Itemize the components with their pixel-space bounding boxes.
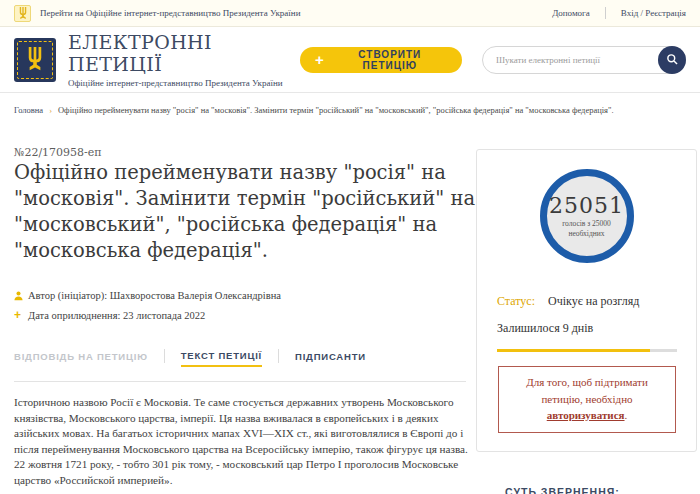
auth-notice-period: . [625, 409, 628, 421]
help-link[interactable]: Допомога [552, 8, 590, 18]
tab-divider [278, 349, 279, 363]
status-label: Статус: [497, 294, 535, 309]
search-button[interactable] [658, 46, 686, 74]
date-value: 23 листопада 2022 [123, 310, 205, 321]
auth-notice-box: Для того, щоб підтримати петицію, необхі… [498, 366, 676, 433]
create-petition-button[interactable]: + СТВОРИТИ ПЕТИЦІЮ [300, 47, 462, 73]
site-logo[interactable] [14, 38, 56, 82]
main-content: №22/170958-еп Офіційно перейменувати наз… [0, 127, 700, 494]
petition-body-text: Історичною назвою Росії є Московія. Те с… [14, 395, 479, 488]
author-row: Автор (ініціатор): Шахворостова Валерія … [14, 290, 281, 301]
votes-card: 25051 голосів з 25000 необхідних Статус:… [476, 149, 697, 452]
create-petition-label: СТВОРИТИ ПЕТИЦІЮ [333, 49, 447, 71]
votes-caption: голосів з 25000 необхідних [551, 219, 623, 239]
petition-title: Офіційно перейменувати назву "росія" на … [14, 160, 486, 264]
plus-icon: + [315, 52, 325, 67]
magnifier-icon [666, 53, 679, 66]
login-register-link[interactable]: Вхід / Реєстрація [621, 8, 686, 18]
date-row: + Дата оприлюднення: 23 листопада 2022 [14, 308, 281, 322]
person-icon [14, 291, 28, 301]
status-value: Очікує на розгляд [548, 294, 639, 309]
breadcrumb-current: Офіційно перейменувати назву "росія" на … [58, 105, 614, 115]
tab-answer[interactable]: ВІДПОВІДЬ НА ПЕТИЦІЮ [14, 351, 148, 366]
breadcrumb-home-link[interactable]: Головна [14, 105, 43, 115]
author-label: Автор (ініціатор): [28, 290, 107, 301]
progress-fill [497, 349, 650, 352]
petition-tabs: ВІДПОВІДЬ НА ПЕТИЦІЮ ТЕКСТ ПЕТИЦІЇ ПІДПИ… [14, 349, 366, 367]
topbar-divider [605, 7, 606, 19]
next-section-heading: СУТЬ ЗВЕРНЕННЯ: [505, 486, 620, 494]
progress-bar [497, 349, 677, 352]
trident-icon [26, 47, 44, 72]
authorize-link[interactable]: авторизуватися [547, 409, 625, 421]
breadcrumb: Головна › Офіційно перейменувати назву "… [0, 93, 700, 127]
author-name: Шахворостова Валерія Олександрівна [110, 290, 281, 301]
status-row: Статус: Очікує на розгляд [497, 294, 639, 309]
top-bar: Перейти на Офіційне інтернет-представниц… [0, 0, 700, 27]
petition-meta: Автор (ініціатор): Шахворостова Валерія … [14, 290, 281, 329]
search-input[interactable] [496, 55, 656, 65]
calendar-plus-icon: + [14, 308, 28, 322]
tab-petition-text[interactable]: ТЕКСТ ПЕТИЦІЇ [181, 350, 262, 367]
tab-divider [164, 349, 165, 363]
days-left: Залишилося 9 днів [497, 321, 593, 336]
petition-number: №22/170958-еп [14, 146, 102, 159]
site-brand[interactable]: ЕЛЕКТРОННІ ПЕТИЦІЇ Офіційне інтернет-пре… [68, 31, 300, 88]
official-site-link[interactable]: Перейти на Офіційне інтернет-представниц… [40, 8, 301, 18]
votes-count: 25051 [549, 193, 624, 218]
date-label: Дата оприлюднення: [28, 310, 120, 321]
site-subtitle: Офіційне інтернет-представництво Президе… [68, 78, 300, 88]
search-box [482, 46, 686, 74]
trident-icon [14, 5, 31, 22]
site-header: ЕЛЕКТРОННІ ПЕТИЦІЇ Офіційне інтернет-пре… [0, 27, 700, 93]
chevron-right-icon: › [49, 105, 52, 115]
auth-notice-text: Для того, щоб підтримати петицію, необхі… [526, 376, 648, 405]
site-title: ЕЛЕКТРОННІ ПЕТИЦІЇ [68, 31, 300, 75]
content-divider [14, 381, 466, 382]
tab-signers[interactable]: ПІДПИСАНТИ [295, 351, 366, 366]
votes-circle: 25051 голосів з 25000 необхідних [540, 169, 634, 263]
